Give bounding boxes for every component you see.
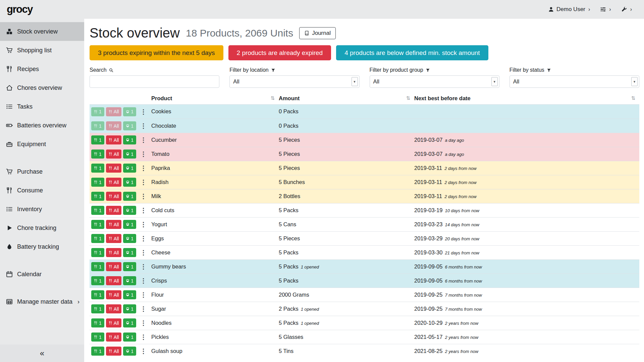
consume-one-button[interactable]: 1: [91, 107, 104, 116]
consume-all-button[interactable]: All: [106, 149, 122, 159]
consume-one-button[interactable]: 1: [91, 318, 104, 327]
open-one-button[interactable]: 1: [123, 121, 136, 130]
open-one-button[interactable]: 1: [123, 149, 136, 159]
consume-all-button[interactable]: All: [106, 121, 122, 130]
open-one-button[interactable]: 1: [123, 347, 136, 356]
sidebar-item-manage-master-data[interactable]: Manage master data›: [0, 292, 84, 311]
consume-all-button[interactable]: All: [106, 192, 122, 201]
open-one-button[interactable]: 1: [123, 304, 136, 313]
open-one-button[interactable]: 1: [123, 192, 136, 201]
consume-all-button[interactable]: All: [106, 276, 122, 285]
consume-one-button[interactable]: 1: [91, 347, 104, 356]
consume-one-button[interactable]: 1: [91, 262, 104, 271]
consume-one-button[interactable]: 1: [91, 276, 104, 285]
row-menu-button[interactable]: ⋮: [138, 192, 149, 200]
row-menu-button[interactable]: ⋮: [138, 249, 149, 256]
date-column-header[interactable]: Next best before date ⇅: [414, 92, 639, 105]
sidebar-item-shopping-list[interactable]: Shopping list: [0, 41, 84, 60]
open-one-button[interactable]: 1: [123, 333, 136, 342]
open-one-button[interactable]: 1: [123, 248, 136, 257]
row-menu-button[interactable]: ⋮: [138, 164, 149, 172]
open-one-button[interactable]: 1: [123, 234, 136, 243]
sidebar-item-equipment[interactable]: Equipment: [0, 135, 84, 154]
consume-one-button[interactable]: 1: [91, 192, 104, 201]
user-menu[interactable]: Demo User ›: [548, 6, 590, 13]
consume-all-button[interactable]: All: [106, 178, 122, 187]
sidebar-item-consume[interactable]: Consume: [0, 181, 84, 200]
sidebar-item-recipes[interactable]: Recipes: [0, 60, 84, 78]
consume-all-button[interactable]: All: [106, 164, 122, 173]
location-select[interactable]: All ▼: [229, 75, 359, 88]
open-one-button[interactable]: 1: [123, 262, 136, 271]
consume-all-button[interactable]: All: [106, 304, 122, 313]
consume-all-button[interactable]: All: [106, 347, 122, 356]
open-one-button[interactable]: 1: [123, 276, 136, 285]
sidebar-item-chore-tracking[interactable]: Chore tracking: [0, 219, 84, 237]
status-select[interactable]: All ▼: [509, 75, 639, 88]
consume-all-button[interactable]: All: [106, 248, 122, 257]
row-menu-button[interactable]: ⋮: [138, 122, 149, 130]
settings-menu[interactable]: ›: [600, 6, 611, 12]
consume-all-button[interactable]: All: [106, 220, 122, 229]
row-menu-button[interactable]: ⋮: [138, 108, 149, 116]
amount-column-header[interactable]: Amount ⇅: [279, 92, 414, 105]
consume-one-button[interactable]: 1: [91, 248, 104, 257]
consume-one-button[interactable]: 1: [91, 178, 104, 187]
row-menu-button[interactable]: ⋮: [138, 221, 149, 228]
status-badge[interactable]: 3 products expiring within the next 5 da…: [90, 45, 223, 60]
open-one-button[interactable]: 1: [123, 178, 136, 187]
consume-all-button[interactable]: All: [106, 107, 122, 116]
consume-one-button[interactable]: 1: [91, 135, 104, 144]
consume-one-button[interactable]: 1: [91, 220, 104, 229]
sidebar-item-calendar[interactable]: Calendar: [0, 265, 84, 284]
open-one-button[interactable]: 1: [123, 164, 136, 173]
row-menu-button[interactable]: ⋮: [138, 277, 149, 285]
admin-menu[interactable]: ›: [621, 6, 632, 12]
sidebar-item-chores-overview[interactable]: Chores overview: [0, 78, 84, 97]
consume-one-button[interactable]: 1: [91, 206, 104, 215]
row-menu-button[interactable]: ⋮: [138, 319, 149, 327]
row-menu-button[interactable]: ⋮: [138, 150, 149, 158]
sidebar-item-purchase[interactable]: Purchase: [0, 162, 84, 181]
row-menu-button[interactable]: ⋮: [138, 305, 149, 313]
consume-all-button[interactable]: All: [106, 262, 122, 271]
product-group-select[interactable]: All ▼: [370, 75, 499, 88]
consume-one-button[interactable]: 1: [91, 234, 104, 243]
sidebar-item-inventory[interactable]: Inventory: [0, 200, 84, 219]
consume-all-button[interactable]: All: [106, 135, 122, 144]
consume-all-button[interactable]: All: [106, 206, 122, 215]
open-one-button[interactable]: 1: [123, 107, 136, 116]
status-badge[interactable]: 2 products are already expired: [228, 45, 331, 60]
row-menu-button[interactable]: ⋮: [138, 333, 149, 341]
consume-one-button[interactable]: 1: [91, 149, 104, 159]
consume-one-button[interactable]: 1: [91, 164, 104, 173]
consume-one-button[interactable]: 1: [91, 304, 104, 313]
consume-all-button[interactable]: All: [106, 318, 122, 327]
row-menu-button[interactable]: ⋮: [138, 263, 149, 270]
consume-all-button[interactable]: All: [106, 333, 122, 342]
row-menu-button[interactable]: ⋮: [138, 235, 149, 242]
open-one-button[interactable]: 1: [123, 206, 136, 215]
row-menu-button[interactable]: ⋮: [138, 347, 149, 355]
consume-one-button[interactable]: 1: [91, 121, 104, 130]
consume-one-button[interactable]: 1: [91, 333, 104, 342]
sidebar-item-battery-tracking[interactable]: Battery tracking: [0, 237, 84, 256]
consume-all-button[interactable]: All: [106, 290, 122, 299]
consume-one-button[interactable]: 1: [91, 290, 104, 299]
journal-button[interactable]: Journal: [299, 27, 336, 39]
sidebar-item-batteries-overview[interactable]: Batteries overview: [0, 116, 84, 135]
open-one-button[interactable]: 1: [123, 318, 136, 327]
row-menu-button[interactable]: ⋮: [138, 206, 149, 214]
product-column-header[interactable]: Product ⇅: [151, 92, 279, 105]
search-input[interactable]: [90, 75, 219, 88]
row-menu-button[interactable]: ⋮: [138, 136, 149, 144]
sidebar-item-stock-overview[interactable]: Stock overview: [0, 22, 84, 41]
consume-all-button[interactable]: All: [106, 234, 122, 243]
sidebar-collapse-button[interactable]: «: [0, 345, 84, 362]
status-badge[interactable]: 4 products are below defined min. stock …: [336, 45, 488, 60]
sidebar-item-tasks[interactable]: Tasks: [0, 97, 84, 116]
open-one-button[interactable]: 1: [123, 220, 136, 229]
open-one-button[interactable]: 1: [123, 135, 136, 144]
row-menu-button[interactable]: ⋮: [138, 178, 149, 186]
open-one-button[interactable]: 1: [123, 290, 136, 299]
